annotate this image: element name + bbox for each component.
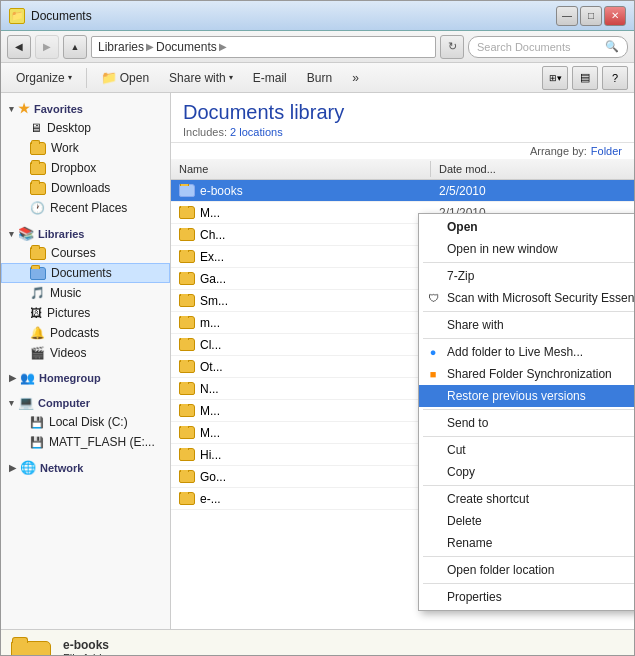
network-section: ▶ 🌐 Network xyxy=(1,456,170,477)
search-icon: 🔍 xyxy=(605,40,619,53)
organize-button[interactable]: Organize xyxy=(7,66,81,90)
share-with-button[interactable]: Share with xyxy=(160,66,242,90)
ctx-delete[interactable]: Delete xyxy=(419,510,634,532)
window-title: Documents xyxy=(31,9,92,23)
file-name-12: Hi... xyxy=(171,448,431,462)
folder-icon-9 xyxy=(179,382,195,395)
dropbox-folder-icon xyxy=(30,162,46,175)
homegroup-icon: 👥 xyxy=(20,371,35,385)
col-date[interactable]: Date mod... xyxy=(431,161,634,177)
sidebar-item-dropbox[interactable]: Dropbox xyxy=(1,158,170,178)
email-button[interactable]: E-mail xyxy=(244,66,296,90)
content-area: Documents library Includes: 2 locations … xyxy=(171,93,634,629)
ctx-properties[interactable]: Properties xyxy=(419,586,634,608)
folder-icon-1 xyxy=(179,206,195,219)
sidebar-item-pictures[interactable]: 🖼 Pictures xyxy=(1,303,170,323)
ebooks-folder-icon xyxy=(179,184,195,197)
computer-group[interactable]: ▾ 💻 Computer xyxy=(1,391,170,412)
libraries-section: ▾ 📚 Libraries Courses Documents 🎵 Music … xyxy=(1,222,170,363)
pictures-icon: 🖼 xyxy=(30,306,42,320)
matt-flash-label: MATT_FLASH (E:... xyxy=(49,435,155,449)
ctx-open-new-window[interactable]: Open in new window xyxy=(419,238,634,260)
folder-icon-3 xyxy=(179,250,195,263)
crumb-libraries[interactable]: Libraries xyxy=(98,40,144,54)
file-name-7: Cl... xyxy=(171,338,431,352)
work-folder-icon xyxy=(30,142,46,155)
ctx-copy[interactable]: Copy xyxy=(419,461,634,483)
sidebar-item-courses[interactable]: Courses xyxy=(1,243,170,263)
sidebar-item-podcasts[interactable]: 🔔 Podcasts xyxy=(1,323,170,343)
library-title: Documents library xyxy=(183,101,622,124)
folder-icon-2 xyxy=(179,228,195,241)
ctx-live-mesh[interactable]: ● Add folder to Live Mesh... xyxy=(419,341,634,363)
libraries-group[interactable]: ▾ 📚 Libraries xyxy=(1,222,170,243)
folder-icon-6 xyxy=(179,316,195,329)
sidebar-item-work[interactable]: Work xyxy=(1,138,170,158)
file-name-1: M... xyxy=(171,206,431,220)
favorites-group[interactable]: ▾ ★ Favorites xyxy=(1,97,170,118)
ctx-7zip[interactable]: 7-Zip ▶ xyxy=(419,265,634,287)
sidebar-item-videos[interactable]: 🎬 Videos xyxy=(1,343,170,363)
ctx-create-shortcut[interactable]: Create shortcut xyxy=(419,488,634,510)
sidebar-item-desktop[interactable]: 🖥 Desktop xyxy=(1,118,170,138)
sidebar-item-music[interactable]: 🎵 Music xyxy=(1,283,170,303)
ctx-share-with[interactable]: Share with ▶ xyxy=(419,314,634,336)
sidebar-item-local-disk[interactable]: 💾 Local Disk (C:) xyxy=(1,412,170,432)
search-box[interactable]: Search Documents 🔍 xyxy=(468,36,628,58)
dropbox-label: Dropbox xyxy=(51,161,96,175)
sidebar-item-documents[interactable]: Documents xyxy=(1,263,170,283)
minimize-button[interactable]: — xyxy=(556,6,578,26)
file-name-ebooks: e-books xyxy=(171,184,431,198)
preview-pane-button[interactable]: ▤ xyxy=(572,66,598,90)
network-group[interactable]: ▶ 🌐 Network xyxy=(1,456,170,477)
sidebar-item-downloads[interactable]: Downloads xyxy=(1,178,170,198)
title-bar-left: 📁 Documents xyxy=(9,8,92,24)
burn-button[interactable]: Burn xyxy=(298,66,341,90)
file-name-5: Sm... xyxy=(171,294,431,308)
crumb-documents[interactable]: Documents xyxy=(156,40,217,54)
homegroup-group[interactable]: ▶ 👥 Homegroup xyxy=(1,367,170,387)
ctx-cut[interactable]: Cut xyxy=(419,439,634,461)
file-name-10: M... xyxy=(171,404,431,418)
ctx-sep-6 xyxy=(423,485,634,486)
sidebar-item-matt-flash[interactable]: 💾 MATT_FLASH (E:... xyxy=(1,432,170,452)
close-button[interactable]: ✕ xyxy=(604,6,626,26)
main-area: ▾ ★ Favorites 🖥 Desktop Work Dropbox Dow… xyxy=(1,93,634,629)
col-name[interactable]: Name xyxy=(171,161,431,177)
ctx-open[interactable]: Open xyxy=(419,216,634,238)
computer-section: ▾ 💻 Computer 💾 Local Disk (C:) 💾 MATT_FL… xyxy=(1,391,170,452)
up-button[interactable]: ▲ xyxy=(63,35,87,59)
folder-icon-5 xyxy=(179,294,195,307)
ctx-rename[interactable]: Rename xyxy=(419,532,634,554)
folder-icon-10 xyxy=(179,404,195,417)
address-path[interactable]: Libraries ▶ Documents ▶ xyxy=(91,36,436,58)
ctx-send-to[interactable]: Send to ▶ xyxy=(419,412,634,434)
arrange-value[interactable]: Folder xyxy=(591,145,622,157)
ctx-restore-previous[interactable]: Restore previous versions xyxy=(419,385,634,407)
locations-link[interactable]: 2 locations xyxy=(230,126,283,138)
ctx-sep-5 xyxy=(423,436,634,437)
music-icon: 🎵 xyxy=(30,286,45,300)
window-icon: 📁 xyxy=(9,8,25,24)
preview-bar: e-books File folder Date modified: xyxy=(1,629,634,656)
favorites-label: Favorites xyxy=(34,103,83,115)
help-button[interactable]: ? xyxy=(602,66,628,90)
ctx-scan[interactable]: 🛡 Scan with Microsoft Security Essential… xyxy=(419,287,634,309)
ctx-shared-folder-sync[interactable]: ■ Shared Folder Synchronization ▶ xyxy=(419,363,634,385)
open-button[interactable]: 📁 Open xyxy=(92,66,158,90)
ctx-open-folder-location[interactable]: Open folder location xyxy=(419,559,634,581)
refresh-button[interactable]: ↻ xyxy=(440,35,464,59)
local-disk-label: Local Disk (C:) xyxy=(49,415,128,429)
maximize-button[interactable]: □ xyxy=(580,6,602,26)
preview-info: e-books File folder Date modified: xyxy=(63,638,134,656)
breadcrumb: Libraries ▶ Documents ▶ xyxy=(98,40,227,54)
sidebar-item-recent[interactable]: 🕐 Recent Places xyxy=(1,198,170,218)
file-row-ebooks[interactable]: e-books 2/5/2010 xyxy=(171,180,634,202)
view-options-button[interactable]: ⊞▾ xyxy=(542,66,568,90)
more-button[interactable]: » xyxy=(343,66,368,90)
back-button[interactable]: ◀ xyxy=(7,35,31,59)
videos-icon: 🎬 xyxy=(30,346,45,360)
homegroup-label: Homegroup xyxy=(39,372,101,384)
context-menu: Open Open in new window 7-Zip ▶ 🛡 Scan w… xyxy=(418,213,634,611)
forward-button[interactable]: ▶ xyxy=(35,35,59,59)
